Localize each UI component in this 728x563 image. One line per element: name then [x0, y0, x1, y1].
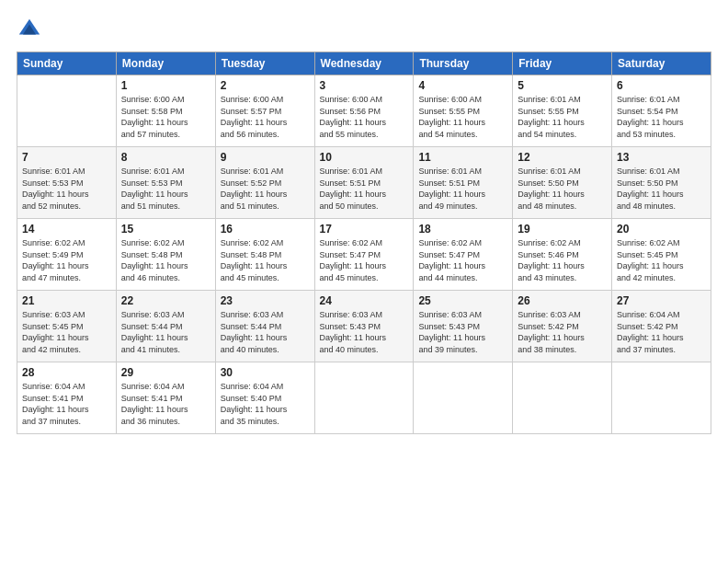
day-info: Sunrise: 6:01 AM Sunset: 5:53 PM Dayligh… — [22, 166, 111, 212]
table-row: 8Sunrise: 6:01 AM Sunset: 5:53 PM Daylig… — [116, 147, 215, 219]
day-info: Sunrise: 6:01 AM Sunset: 5:54 PM Dayligh… — [617, 94, 706, 140]
header-thursday: Thursday — [414, 52, 513, 75]
table-row: 1Sunrise: 6:00 AM Sunset: 5:58 PM Daylig… — [116, 75, 215, 147]
table-row: 27Sunrise: 6:04 AM Sunset: 5:42 PM Dayli… — [612, 291, 711, 362]
logo — [17, 17, 46, 42]
day-info: Sunrise: 6:01 AM Sunset: 5:50 PM Dayligh… — [518, 166, 607, 212]
day-number: 20 — [617, 223, 706, 236]
day-info: Sunrise: 6:02 AM Sunset: 5:47 PM Dayligh… — [320, 237, 409, 283]
day-number: 1 — [121, 79, 210, 92]
day-number: 15 — [121, 223, 210, 236]
table-row: 21Sunrise: 6:03 AM Sunset: 5:45 PM Dayli… — [17, 291, 117, 362]
day-number: 19 — [518, 223, 607, 236]
header-friday: Friday — [513, 52, 612, 75]
day-number: 8 — [121, 151, 210, 164]
day-number: 10 — [320, 151, 409, 164]
day-number: 27 — [617, 294, 706, 307]
day-info: Sunrise: 6:00 AM Sunset: 5:56 PM Dayligh… — [320, 94, 409, 140]
table-row: 29Sunrise: 6:04 AM Sunset: 5:41 PM Dayli… — [116, 362, 215, 434]
calendar-week-row: 7Sunrise: 6:01 AM Sunset: 5:53 PM Daylig… — [17, 147, 711, 219]
day-number: 18 — [418, 223, 507, 236]
table-row: 28Sunrise: 6:04 AM Sunset: 5:41 PM Dayli… — [17, 362, 117, 434]
day-number: 23 — [221, 294, 310, 307]
calendar-week-row: 1Sunrise: 6:00 AM Sunset: 5:58 PM Daylig… — [17, 75, 711, 147]
table-row: 13Sunrise: 6:01 AM Sunset: 5:50 PM Dayli… — [612, 147, 711, 219]
day-number: 30 — [221, 366, 310, 379]
calendar-table: Sunday Monday Tuesday Wednesday Thursday… — [17, 52, 711, 434]
table-row: 12Sunrise: 6:01 AM Sunset: 5:50 PM Dayli… — [513, 147, 612, 219]
calendar-header-row: Sunday Monday Tuesday Wednesday Thursday… — [17, 52, 711, 75]
day-number: 14 — [22, 223, 111, 236]
table-row: 22Sunrise: 6:03 AM Sunset: 5:44 PM Dayli… — [116, 291, 215, 362]
day-number: 9 — [221, 151, 310, 164]
day-number: 17 — [320, 223, 409, 236]
day-number: 4 — [418, 79, 507, 92]
table-row: 2Sunrise: 6:00 AM Sunset: 5:57 PM Daylig… — [215, 75, 314, 147]
day-number: 7 — [22, 151, 111, 164]
table-row: 24Sunrise: 6:03 AM Sunset: 5:43 PM Dayli… — [314, 291, 414, 362]
day-info: Sunrise: 6:04 AM Sunset: 5:41 PM Dayligh… — [121, 381, 210, 427]
day-info: Sunrise: 6:02 AM Sunset: 5:48 PM Dayligh… — [221, 237, 310, 283]
table-row — [314, 362, 414, 434]
day-number: 22 — [121, 294, 210, 307]
table-row: 9Sunrise: 6:01 AM Sunset: 5:52 PM Daylig… — [215, 147, 314, 219]
day-info: Sunrise: 6:02 AM Sunset: 5:47 PM Dayligh… — [418, 237, 507, 283]
header-saturday: Saturday — [612, 52, 711, 75]
day-info: Sunrise: 6:02 AM Sunset: 5:49 PM Dayligh… — [22, 237, 111, 283]
header-tuesday: Tuesday — [215, 52, 314, 75]
day-info: Sunrise: 6:01 AM Sunset: 5:50 PM Dayligh… — [617, 166, 706, 212]
table-row: 5Sunrise: 6:01 AM Sunset: 5:55 PM Daylig… — [513, 75, 612, 147]
day-info: Sunrise: 6:04 AM Sunset: 5:41 PM Dayligh… — [22, 381, 111, 427]
day-number: 16 — [221, 223, 310, 236]
table-row: 16Sunrise: 6:02 AM Sunset: 5:48 PM Dayli… — [215, 219, 314, 291]
day-info: Sunrise: 6:01 AM Sunset: 5:53 PM Dayligh… — [121, 166, 210, 212]
day-info: Sunrise: 6:04 AM Sunset: 5:40 PM Dayligh… — [221, 381, 310, 427]
logo-icon — [17, 17, 42, 42]
day-info: Sunrise: 6:04 AM Sunset: 5:42 PM Dayligh… — [617, 309, 706, 355]
table-row: 30Sunrise: 6:04 AM Sunset: 5:40 PM Dayli… — [215, 362, 314, 434]
day-info: Sunrise: 6:01 AM Sunset: 5:51 PM Dayligh… — [418, 166, 507, 212]
day-info: Sunrise: 6:02 AM Sunset: 5:45 PM Dayligh… — [617, 237, 706, 283]
table-row: 4Sunrise: 6:00 AM Sunset: 5:55 PM Daylig… — [414, 75, 513, 147]
table-row: 20Sunrise: 6:02 AM Sunset: 5:45 PM Dayli… — [612, 219, 711, 291]
table-row: 11Sunrise: 6:01 AM Sunset: 5:51 PM Dayli… — [414, 147, 513, 219]
calendar-week-row: 28Sunrise: 6:04 AM Sunset: 5:41 PM Dayli… — [17, 362, 711, 434]
table-row — [17, 75, 117, 147]
table-row: 19Sunrise: 6:02 AM Sunset: 5:46 PM Dayli… — [513, 219, 612, 291]
table-row — [414, 362, 513, 434]
day-number: 13 — [617, 151, 706, 164]
day-info: Sunrise: 6:03 AM Sunset: 5:43 PM Dayligh… — [320, 309, 409, 355]
day-info: Sunrise: 6:00 AM Sunset: 5:58 PM Dayligh… — [121, 94, 210, 140]
day-info: Sunrise: 6:03 AM Sunset: 5:44 PM Dayligh… — [221, 309, 310, 355]
header — [17, 17, 711, 42]
day-number: 3 — [320, 79, 409, 92]
day-number: 25 — [418, 294, 507, 307]
table-row — [612, 362, 711, 434]
table-row: 17Sunrise: 6:02 AM Sunset: 5:47 PM Dayli… — [314, 219, 414, 291]
day-info: Sunrise: 6:03 AM Sunset: 5:42 PM Dayligh… — [518, 309, 607, 355]
table-row: 3Sunrise: 6:00 AM Sunset: 5:56 PM Daylig… — [314, 75, 414, 147]
day-number: 5 — [518, 79, 607, 92]
day-info: Sunrise: 6:03 AM Sunset: 5:45 PM Dayligh… — [22, 309, 111, 355]
table-row — [513, 362, 612, 434]
table-row: 10Sunrise: 6:01 AM Sunset: 5:51 PM Dayli… — [314, 147, 414, 219]
day-info: Sunrise: 6:02 AM Sunset: 5:46 PM Dayligh… — [518, 237, 607, 283]
table-row: 6Sunrise: 6:01 AM Sunset: 5:54 PM Daylig… — [612, 75, 711, 147]
day-number: 12 — [518, 151, 607, 164]
day-number: 24 — [320, 294, 409, 307]
table-row: 25Sunrise: 6:03 AM Sunset: 5:43 PM Dayli… — [414, 291, 513, 362]
day-number: 21 — [22, 294, 111, 307]
table-row: 14Sunrise: 6:02 AM Sunset: 5:49 PM Dayli… — [17, 219, 117, 291]
day-info: Sunrise: 6:00 AM Sunset: 5:55 PM Dayligh… — [418, 94, 507, 140]
header-sunday: Sunday — [17, 52, 117, 75]
day-number: 29 — [121, 366, 210, 379]
day-number: 28 — [22, 366, 111, 379]
header-monday: Monday — [116, 52, 215, 75]
day-number: 11 — [418, 151, 507, 164]
day-info: Sunrise: 6:01 AM Sunset: 5:55 PM Dayligh… — [518, 94, 607, 140]
day-info: Sunrise: 6:03 AM Sunset: 5:43 PM Dayligh… — [418, 309, 507, 355]
day-number: 6 — [617, 79, 706, 92]
day-number: 26 — [518, 294, 607, 307]
calendar-week-row: 21Sunrise: 6:03 AM Sunset: 5:45 PM Dayli… — [17, 291, 711, 362]
day-info: Sunrise: 6:01 AM Sunset: 5:51 PM Dayligh… — [320, 166, 409, 212]
